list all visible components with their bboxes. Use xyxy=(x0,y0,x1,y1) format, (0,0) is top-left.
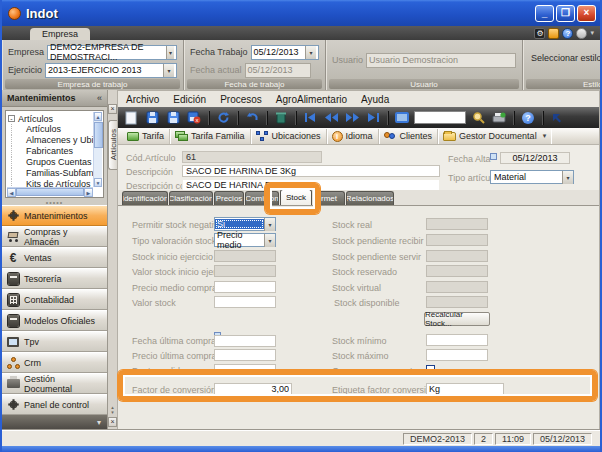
nav-modelos-oficiales[interactable]: Modelos Oficiales xyxy=(2,310,107,331)
close-doc-icon[interactable]: × xyxy=(108,104,117,114)
delete-record-button[interactable]: x xyxy=(185,109,203,126)
collapse-sidebar-icon[interactable]: « xyxy=(97,93,102,103)
idioma-button[interactable]: i Idioma xyxy=(327,129,379,144)
exit-button[interactable] xyxy=(548,109,566,126)
help-button[interactable]: ? xyxy=(519,109,537,126)
punto-pedido-field[interactable] xyxy=(214,364,276,376)
permitir-stock-negativo-select[interactable]: Si ▾ xyxy=(214,217,276,231)
strip-scroll-icons[interactable]: ▴▾ xyxy=(109,405,116,415)
close-button[interactable]: × xyxy=(577,5,596,22)
tree-collapse-icon[interactable]: - xyxy=(8,115,15,122)
save-as-button[interactable] xyxy=(164,109,182,126)
preview-button[interactable] xyxy=(393,109,411,126)
minimize-button[interactable]: _ xyxy=(535,5,554,22)
recycle-button[interactable] xyxy=(272,109,290,126)
chevron-down-icon[interactable]: ▾ xyxy=(163,64,174,77)
scroll-right-icon[interactable]: ▶ xyxy=(84,188,93,197)
fecha-ultima-compra-field[interactable] xyxy=(214,335,276,347)
search-button[interactable] xyxy=(469,109,487,126)
estilo-visual-select[interactable]: Seleccionar estilo visual ▾ xyxy=(529,51,602,66)
tab-precios[interactable]: Precios xyxy=(214,191,244,205)
tree-item-articulos[interactable]: Artículos xyxy=(11,124,93,135)
ubicaciones-button[interactable]: Ubicaciones xyxy=(251,129,327,144)
stock-minimo-field[interactable] xyxy=(426,334,488,346)
factor-conversion-field[interactable] xyxy=(214,383,292,395)
chevron-down-icon[interactable]: ▾ xyxy=(305,46,316,59)
menu-agroalimentario[interactable]: AgroAlimentario xyxy=(276,94,347,105)
undo-button[interactable] xyxy=(243,109,261,126)
new-record-button[interactable] xyxy=(122,109,140,126)
chevron-down-icon[interactable]: ▾ xyxy=(97,418,101,427)
tab-identificacion[interactable]: Identificación xyxy=(122,191,168,205)
recalcular-stock-button[interactable]: Recalcular Stock... xyxy=(424,312,490,326)
precio-medio-compra-field[interactable] xyxy=(214,281,276,293)
stock-maximo-field[interactable] xyxy=(426,349,488,361)
tab-relacionados[interactable]: Relacionados xyxy=(346,191,394,205)
ejercicio-select[interactable]: 2013-EJERCICIO 2013 ▾ xyxy=(45,63,177,78)
tarifa-button[interactable]: Tarifa xyxy=(122,129,170,144)
nav-compras-almacen[interactable]: Compras y Almacén xyxy=(2,226,107,247)
tab-empresa[interactable]: Empresa xyxy=(30,28,90,40)
descripcion-field[interactable]: SACO DE HARINA DE 3Kg xyxy=(182,165,440,177)
nav-first-button[interactable] xyxy=(301,109,319,126)
refresh-button[interactable] xyxy=(214,109,232,126)
tree-item-fabricantes[interactable]: Fabricantes xyxy=(11,146,93,157)
generar-compra-automatica-checkbox[interactable] xyxy=(426,365,435,374)
tipo-valoracion-select[interactable]: Precio medio ▾ xyxy=(214,233,276,247)
nav-next-button[interactable] xyxy=(343,109,361,126)
lock-icon[interactable] xyxy=(548,28,559,39)
tree-item-familias[interactable]: Familias-Subfamil xyxy=(11,168,93,179)
save-button[interactable] xyxy=(143,109,161,126)
fecha-trabajo-select[interactable]: 05/12/2013 ▾ xyxy=(251,45,319,60)
scroll-left-icon[interactable]: ◀ xyxy=(7,188,16,197)
nav-tesoreria[interactable]: Tesorería xyxy=(2,268,107,289)
tree-horizontal-scrollbar[interactable]: ◀ ▶ xyxy=(7,187,93,196)
chevron-down-icon[interactable]: ▾ xyxy=(543,132,547,140)
nav-gestion-documental[interactable]: Gestión Documental xyxy=(2,373,107,394)
tree-root-articulos[interactable]: - Artículos xyxy=(8,113,93,124)
gestor-documental-button[interactable]: Gestor Documental ▾ xyxy=(438,129,551,144)
tree-vertical-scrollbar[interactable]: ▲ ▼ xyxy=(93,112,102,187)
chevron-down-icon[interactable]: ▾ xyxy=(166,46,174,59)
menu-archivo[interactable]: Archivo xyxy=(126,94,159,105)
print-button[interactable] xyxy=(490,109,508,126)
scroll-up-icon[interactable]: ▲ xyxy=(94,112,102,121)
precio-ultima-compra-field[interactable] xyxy=(214,349,276,361)
menu-ayuda[interactable]: Ayuda xyxy=(361,94,389,105)
tipo-articulo-select[interactable]: Material ▾ xyxy=(490,170,574,184)
clientes-button[interactable]: Clientes xyxy=(379,129,439,144)
tree-item-grupos-cuentas[interactable]: Grupos Cuentas xyxy=(11,157,93,168)
help-icon[interactable]: ? xyxy=(562,28,573,39)
settings-gear-icon[interactable]: ⚙ xyxy=(534,28,545,39)
nav-prev-button[interactable] xyxy=(322,109,340,126)
tab-rmet[interactable]: rmet xyxy=(313,191,345,205)
chevron-down-icon[interactable]: ▾ xyxy=(562,171,573,184)
tab-comisiones[interactable]: Comision xyxy=(245,191,279,205)
valor-stock-field[interactable] xyxy=(214,296,276,308)
tree-item-kits[interactable]: Kits de Artículos xyxy=(11,179,93,187)
nav-contabilidad[interactable]: Contabilidad xyxy=(2,289,107,310)
nav-tpv[interactable]: Tpv xyxy=(2,331,107,352)
nav-last-button[interactable] xyxy=(364,109,382,126)
nav-mantenimientos[interactable]: Mantenimientos xyxy=(2,205,107,226)
tarifa-familia-button[interactable]: Tarifa Familia xyxy=(170,129,251,144)
empresa-select[interactable]: DEMO2-EMPRESA DE DEMOSTRACI... ▾ xyxy=(47,45,177,60)
tree-item-almacenes[interactable]: Almacenes y Ubic xyxy=(11,135,93,146)
doc-tab-articulos[interactable]: Artículos xyxy=(108,120,117,170)
chevron-down-icon[interactable]: ▾ xyxy=(264,218,275,231)
chevron-down-icon[interactable]: ▾ xyxy=(264,234,275,247)
menu-procesos[interactable]: Procesos xyxy=(220,94,262,105)
calendar-icon[interactable] xyxy=(490,153,497,160)
tab-clasificacion[interactable]: Clasificación xyxy=(169,191,213,205)
close-strip-icon[interactable]: × xyxy=(108,417,117,427)
nav-ventas[interactable]: € Ventas xyxy=(2,247,107,268)
tab-stock[interactable]: Stock xyxy=(280,189,312,205)
connection-status-icon[interactable] xyxy=(576,28,587,39)
fecha-alta-field[interactable]: 05/12/2013 xyxy=(500,152,570,164)
restore-button[interactable]: ❐ xyxy=(556,5,575,22)
chevron-down-icon[interactable]: ▾ xyxy=(590,29,594,37)
nav-panel-de-control[interactable]: Panel de control xyxy=(2,394,107,415)
search-input[interactable] xyxy=(414,111,466,124)
nav-crm[interactable]: Crm xyxy=(2,352,107,373)
scroll-down-icon[interactable]: ▼ xyxy=(94,178,102,187)
